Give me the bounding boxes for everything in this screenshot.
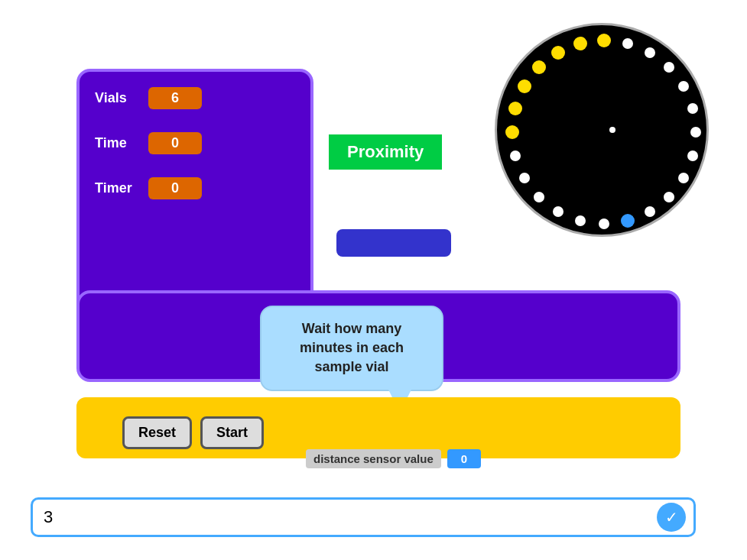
circle-dot [622, 38, 633, 49]
circle-dot [645, 206, 655, 217]
circle-dot [597, 34, 611, 47]
circle-dot [505, 125, 519, 139]
checkmark-button[interactable]: ✓ [657, 503, 686, 532]
distance-sensor-area: distance sensor value 0 [306, 449, 481, 468]
time-label: Time [95, 135, 148, 151]
circle-dot [690, 127, 701, 138]
circle-dot [551, 46, 565, 60]
circle-dot [573, 37, 587, 50]
timer-value: 0 [148, 177, 202, 199]
circle-dot [519, 173, 530, 183]
circle-dot [553, 206, 563, 217]
distance-sensor-label: distance sensor value [306, 449, 441, 468]
circle-dot [678, 173, 689, 183]
circle-dot [575, 215, 586, 226]
blue-bar [336, 229, 451, 257]
circle-dot [664, 192, 674, 202]
circle-dot [645, 47, 655, 58]
center-dot [609, 127, 615, 133]
circle-dot [687, 151, 698, 161]
circle-dot [510, 151, 521, 161]
circle-dot [518, 79, 531, 93]
circle-dot [687, 103, 698, 114]
tooltip-text: Wait how many minutes in each sample via… [300, 321, 404, 374]
timer-label: Timer [95, 180, 148, 196]
circle-dot [678, 81, 689, 92]
bottom-input[interactable] [41, 504, 657, 530]
proximity-button[interactable]: Proximity [329, 134, 442, 170]
time-row: Time 0 [95, 132, 295, 154]
start-button[interactable]: Start [200, 416, 264, 449]
circle-dot [532, 60, 546, 74]
circle-dot [664, 62, 674, 73]
reset-button[interactable]: Reset [122, 416, 192, 449]
circle-dot [621, 214, 635, 228]
tooltip-bubble: Wait how many minutes in each sample via… [260, 306, 443, 391]
circle-dot [534, 192, 544, 202]
time-value: 0 [148, 132, 202, 154]
vials-label: Vials [95, 90, 148, 106]
circle-dot [599, 218, 609, 229]
bottom-input-area: ✓ [31, 497, 696, 537]
circle-display [495, 23, 709, 237]
circle-dot [508, 102, 522, 115]
vials-value: 6 [148, 87, 202, 109]
distance-sensor-value: 0 [447, 449, 481, 468]
vials-row: Vials 6 [95, 87, 295, 109]
timer-row: Timer 0 [95, 177, 295, 199]
